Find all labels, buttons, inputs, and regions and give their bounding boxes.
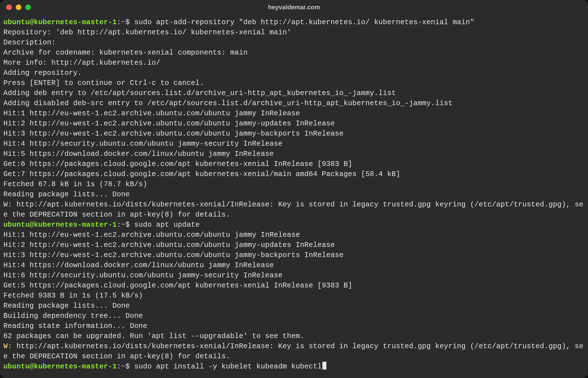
output-line: Press [ENTER] to continue or Ctrl-c to c… bbox=[3, 79, 204, 87]
prompt-dollar: $ bbox=[125, 221, 130, 229]
titlebar: heyvaldemar.com bbox=[0, 0, 588, 15]
command-1: sudo apt-add-repository "deb http://apt.… bbox=[134, 18, 474, 26]
output-line: Reading state information... Done bbox=[3, 322, 147, 330]
output-line: Hit:3 http://eu-west-1.ec2.archive.ubunt… bbox=[3, 251, 344, 259]
prompt-sep: : bbox=[117, 221, 121, 229]
output-line: Hit:5 https://download.docker.com/linux/… bbox=[3, 150, 274, 158]
command-3: sudo apt install -y kubelet kubeadm kube… bbox=[134, 363, 322, 371]
output-line: Adding deb entry to /etc/apt/sources.lis… bbox=[3, 89, 396, 97]
output-line: Get:5 https://packages.cloud.google.com/… bbox=[3, 282, 352, 290]
window-title: heyvaldemar.com bbox=[0, 4, 588, 11]
prompt-sep: : bbox=[117, 363, 121, 371]
output-line: Hit:1 http://eu-west-1.ec2.archive.ubunt… bbox=[3, 231, 300, 239]
window-controls bbox=[6, 4, 31, 10]
zoom-icon[interactable] bbox=[25, 4, 31, 10]
output-line: Reading package lists... Done bbox=[3, 190, 130, 199]
close-icon[interactable] bbox=[6, 4, 12, 10]
cursor-icon bbox=[322, 362, 326, 370]
output-line: Hit:6 http://security.ubuntu.com/ubuntu … bbox=[3, 271, 282, 280]
output-line: More info: http://apt.kubernetes.io/ bbox=[3, 59, 160, 67]
output-line: W: http://apt.kubernetes.io/dists/kubern… bbox=[3, 201, 583, 219]
output-line: 62 packages can be upgraded. Run 'apt li… bbox=[3, 332, 304, 340]
output-line: Get:7 https://packages.cloud.google.com/… bbox=[3, 170, 400, 178]
prompt-dollar: $ bbox=[125, 363, 130, 371]
prompt-path: ~ bbox=[121, 18, 126, 26]
prompt-path: ~ bbox=[121, 363, 126, 371]
output-line: Get:6 https://packages.cloud.google.com/… bbox=[3, 160, 352, 168]
output-line: Building dependency tree... Done bbox=[3, 312, 143, 320]
output-line: Hit:2 http://eu-west-1.ec2.archive.ubunt… bbox=[3, 120, 335, 128]
output-line: Fetched 67.8 kB in 1s (78.7 kB/s) bbox=[3, 180, 147, 188]
prompt-user: ubuntu@kubernetes-master-1 bbox=[3, 18, 117, 26]
output-line: Archive for codename: kubernetes-xenial … bbox=[3, 49, 248, 57]
output-line: Hit:1 http://eu-west-1.ec2.archive.ubunt… bbox=[3, 109, 300, 118]
minimize-icon[interactable] bbox=[16, 4, 21, 10]
output-line: Repository: 'deb http://apt.kubernetes.i… bbox=[3, 28, 291, 37]
output-line: Hit:4 http://security.ubuntu.com/ubuntu … bbox=[3, 140, 282, 148]
output-line: Hit:4 https://download.docker.com/linux/… bbox=[3, 261, 274, 269]
terminal-window: heyvaldemar.com ubuntu@kubernetes-master… bbox=[0, 0, 588, 378]
prompt-user: ubuntu@kubernetes-master-1 bbox=[3, 221, 117, 229]
output-line: Adding disabled deb-src entry to /etc/ap… bbox=[3, 99, 453, 107]
prompt-path: ~ bbox=[121, 221, 126, 229]
output-line: Hit:2 http://eu-west-1.ec2.archive.ubunt… bbox=[3, 241, 335, 249]
output-line: Description: bbox=[3, 39, 56, 47]
prompt-user: ubuntu@kubernetes-master-1 bbox=[3, 363, 117, 371]
warning-prefix: W: bbox=[3, 342, 12, 350]
command-2: sudo apt update bbox=[134, 221, 200, 229]
terminal-body[interactable]: ubuntu@kubernetes-master-1:~$ sudo apt-a… bbox=[0, 15, 588, 378]
output-line: Hit:3 http://eu-west-1.ec2.archive.ubunt… bbox=[3, 130, 344, 138]
output-line: Adding repository. bbox=[3, 69, 82, 77]
prompt-sep: : bbox=[117, 18, 121, 26]
output-line: Fetched 9383 B in 1s (17.5 kB/s) bbox=[3, 292, 143, 300]
prompt-dollar: $ bbox=[125, 18, 130, 26]
warning-text: http://apt.kubernetes.io/dists/kubernete… bbox=[3, 342, 583, 361]
output-line: Reading package lists... Done bbox=[3, 302, 130, 310]
